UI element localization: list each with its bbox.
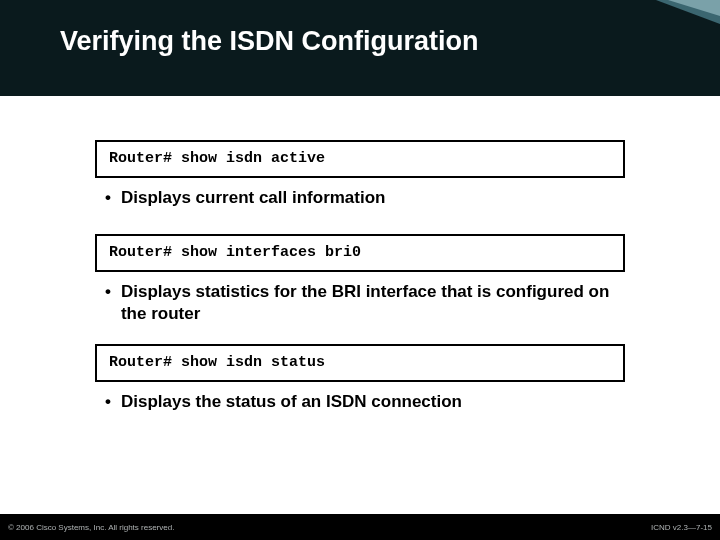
bullet-item: • Displays current call information bbox=[105, 187, 625, 208]
bullet-text: Displays the status of an ISDN connectio… bbox=[121, 391, 625, 412]
corner-accent-icon bbox=[668, 0, 720, 16]
command-box: Router# show isdn status bbox=[95, 344, 625, 382]
bullet-text: Displays current call information bbox=[121, 187, 625, 208]
slide: Verifying the ISDN Configuration Router#… bbox=[0, 0, 720, 540]
footer: © 2006 Cisco Systems, Inc. All rights re… bbox=[0, 514, 720, 540]
slide-content: Router# show isdn active • Displays curr… bbox=[95, 140, 625, 412]
command-box: Router# show interfaces bri0 bbox=[95, 234, 625, 272]
footer-code: ICND v2.3—7-15 bbox=[651, 523, 712, 532]
footer-copyright: © 2006 Cisco Systems, Inc. All rights re… bbox=[8, 523, 174, 532]
command-box: Router# show isdn active bbox=[95, 140, 625, 178]
title-bar: Verifying the ISDN Configuration bbox=[0, 0, 720, 96]
bullet-dot-icon: • bbox=[105, 391, 111, 412]
bullet-item: • Displays the status of an ISDN connect… bbox=[105, 391, 625, 412]
bullet-item: • Displays statistics for the BRI interf… bbox=[105, 281, 625, 324]
slide-title: Verifying the ISDN Configuration bbox=[60, 26, 479, 57]
bullet-dot-icon: • bbox=[105, 187, 111, 208]
bullet-text: Displays statistics for the BRI interfac… bbox=[121, 281, 625, 324]
bullet-dot-icon: • bbox=[105, 281, 111, 302]
